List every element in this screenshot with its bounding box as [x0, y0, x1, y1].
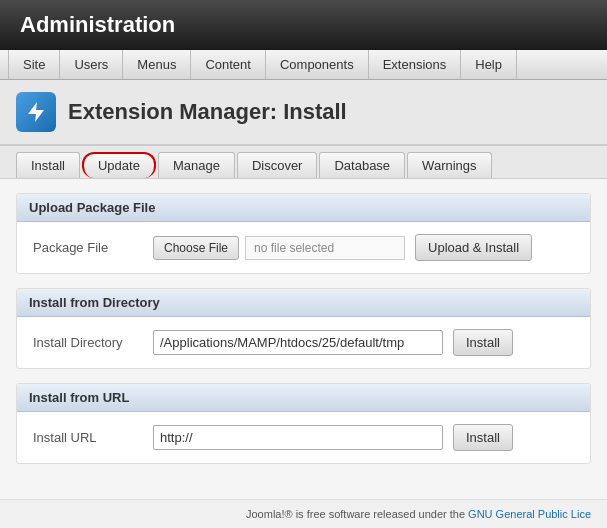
tab-install[interactable]: Install	[16, 152, 80, 178]
url-section: Install from URL Install URL Install	[16, 383, 591, 464]
directory-section-body: Install Directory Install	[17, 317, 590, 368]
no-file-text: no file selected	[245, 236, 405, 260]
nav-menus[interactable]: Menus	[123, 50, 191, 79]
directory-install-button[interactable]: Install	[453, 329, 513, 356]
tabs-bar: Install Update Manage Discover Database …	[0, 146, 607, 179]
package-file-label: Package File	[33, 240, 143, 255]
upload-section-body: Package File Choose File no file selecte…	[17, 222, 590, 273]
page-icon	[16, 92, 56, 132]
tab-warnings[interactable]: Warnings	[407, 152, 491, 178]
nav-components[interactable]: Components	[266, 50, 369, 79]
tab-discover[interactable]: Discover	[237, 152, 318, 178]
upload-section-header: Upload Package File	[17, 194, 590, 222]
admin-header: Administration	[0, 0, 607, 50]
nav-extensions[interactable]: Extensions	[369, 50, 462, 79]
nav-site[interactable]: Site	[8, 50, 60, 79]
file-input-area: Choose File no file selected	[153, 236, 405, 260]
install-url-label: Install URL	[33, 430, 143, 445]
footer: Joomla!® is free software released under…	[0, 499, 607, 528]
svg-marker-0	[28, 102, 44, 122]
install-url-input[interactable]	[153, 425, 443, 450]
directory-section: Install from Directory Install Directory…	[16, 288, 591, 369]
choose-file-button[interactable]: Choose File	[153, 236, 239, 260]
footer-link[interactable]: GNU General Public Lice	[468, 508, 591, 520]
tab-update[interactable]: Update	[82, 152, 156, 178]
footer-text: Joomla!® is free software released under…	[246, 508, 468, 520]
nav-bar: Site Users Menus Content Components Exte…	[0, 50, 607, 80]
tab-manage[interactable]: Manage	[158, 152, 235, 178]
main-content: Upload Package File Package File Choose …	[0, 179, 607, 499]
directory-section-header: Install from Directory	[17, 289, 590, 317]
tab-database[interactable]: Database	[319, 152, 405, 178]
url-section-header: Install from URL	[17, 384, 590, 412]
install-directory-label: Install Directory	[33, 335, 143, 350]
page-title-bar: Extension Manager: Install	[0, 80, 607, 146]
nav-content[interactable]: Content	[191, 50, 266, 79]
install-directory-input[interactable]	[153, 330, 443, 355]
upload-install-button[interactable]: Upload & Install	[415, 234, 532, 261]
upload-section: Upload Package File Package File Choose …	[16, 193, 591, 274]
admin-title: Administration	[20, 12, 587, 38]
url-section-body: Install URL Install	[17, 412, 590, 463]
nav-help[interactable]: Help	[461, 50, 517, 79]
nav-users[interactable]: Users	[60, 50, 123, 79]
lightning-icon	[24, 100, 48, 124]
page-title: Extension Manager: Install	[68, 99, 347, 125]
url-install-button[interactable]: Install	[453, 424, 513, 451]
